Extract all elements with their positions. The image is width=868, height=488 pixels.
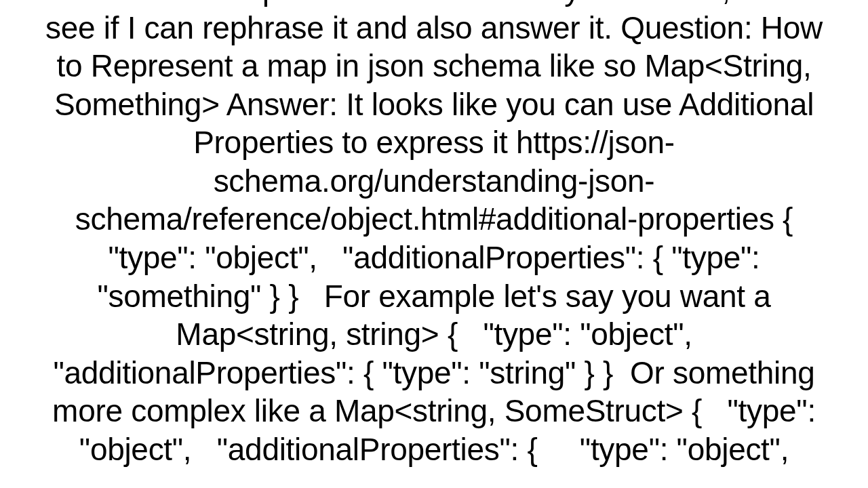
- document-viewport: Answer 2: The question is kind of badly …: [0, 0, 868, 488]
- document-body-text: Answer 2: The question is kind of badly …: [0, 0, 868, 469]
